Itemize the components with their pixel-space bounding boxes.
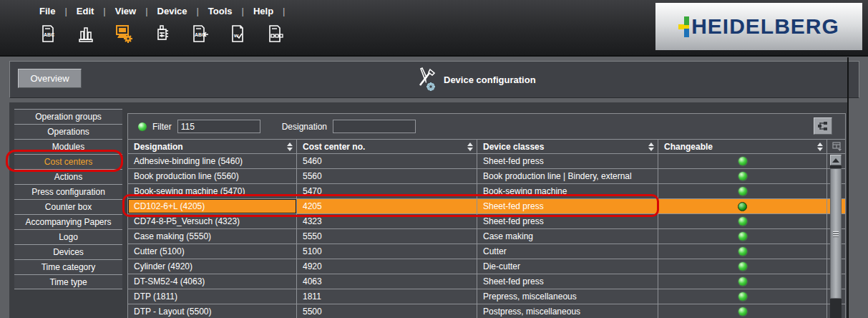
column-header-label: Device classes (483, 142, 544, 152)
menu-view[interactable]: View (106, 4, 145, 18)
cell-device-classes[interactable]: Sheet-fed press (477, 274, 658, 289)
cell-designation[interactable]: Book production line (5560) (128, 169, 297, 183)
table-row[interactable]: DTP - Layout (5500) 5500 Postpress, misc… (128, 304, 845, 318)
column-header-label: Changeable (664, 142, 713, 152)
menu-row: File | Edit | View | Device | Tools | He… (30, 4, 286, 18)
cell-device-classes[interactable]: Sheet-fed press (477, 154, 658, 168)
menu-device[interactable]: Device (148, 4, 197, 18)
sidebar-item-press-configuration[interactable]: Press configuration (14, 184, 122, 199)
table-row[interactable]: Case making (5550) 5550 Case making (128, 229, 845, 244)
table-row[interactable]: DT-SM52-4 (4063) 4063 Sheet-fed press (128, 274, 845, 289)
bar-chart-icon[interactable] (75, 23, 97, 44)
filter-input[interactable] (177, 120, 260, 133)
changeable-yes-icon (738, 277, 747, 286)
designation-input[interactable] (333, 120, 416, 133)
table-row[interactable]: Cutter (5100) 5100 Cutter (128, 244, 845, 259)
cell-designation[interactable]: Case making (5550) (128, 229, 297, 244)
cell-cost-center-no[interactable]: 4063 (297, 274, 477, 289)
filter-bar: Filter Designation (128, 114, 845, 139)
sidebar-item-modules[interactable]: Modules (14, 139, 122, 154)
cell-designation[interactable]: Book-sewing machine (5470) (128, 184, 297, 198)
menu-file[interactable]: File (30, 4, 64, 18)
sort-icon[interactable] (817, 143, 823, 151)
cell-designation[interactable]: CD102-6+L (4205) (128, 199, 297, 213)
table-row[interactable]: Cylinder (4920) 4920 Die-cutter (128, 259, 845, 274)
menu-tools[interactable]: Tools (199, 4, 242, 18)
table-row[interactable]: Adhesive-binding line (5460) 5460 Sheet-… (128, 154, 845, 169)
cell-cost-center-no[interactable]: 5470 (297, 184, 477, 198)
sidebar-item-counter-box[interactable]: Counter box (14, 199, 122, 214)
cell-changeable (658, 304, 827, 318)
cell-cost-center-no[interactable]: 4323 (297, 214, 477, 228)
cell-device-classes[interactable]: Book-sewing machine (477, 184, 658, 198)
cell-cost-center-no[interactable]: 5550 (297, 229, 477, 244)
tree-view-button[interactable] (814, 117, 832, 135)
cell-cost-center-no[interactable]: 4205 (297, 199, 477, 213)
sidebar-item-accompanying-papers[interactable]: Accompanying Papers (14, 214, 122, 229)
device-configuration-icon[interactable] (113, 23, 135, 44)
menu-help[interactable]: Help (244, 4, 283, 18)
cell-designation[interactable]: Cylinder (4920) (128, 259, 297, 274)
sidebar-item-operations[interactable]: Operations (14, 124, 122, 139)
document-structure-icon[interactable] (265, 23, 286, 44)
sidebar-item-operation-groups[interactable]: Operation groups (14, 109, 122, 124)
cell-changeable (658, 214, 827, 228)
cell-device-classes[interactable]: Sheet-fed press (477, 214, 658, 228)
cell-device-classes[interactable]: Book production line | Bindery, external (477, 169, 658, 183)
cell-changeable (658, 169, 827, 183)
sort-icon[interactable] (287, 143, 293, 151)
press-device-icon[interactable] (151, 23, 172, 44)
cell-cost-center-no[interactable]: 5460 (297, 154, 477, 168)
cell-changeable (658, 274, 827, 289)
header-bar: Overview Device configuration (9, 61, 859, 98)
cell-device-classes[interactable]: Case making (477, 229, 658, 244)
table-row[interactable]: DTP (1811) 1811 Prepress, miscellaneous (128, 289, 845, 304)
cell-cost-center-no[interactable]: 5500 (297, 304, 477, 318)
column-header-designation[interactable]: Designation (128, 140, 297, 153)
cell-designation[interactable]: Cutter (5100) (128, 244, 297, 259)
changeable-yes-icon (738, 217, 747, 226)
table-row[interactable]: Book production line (5560) 5560 Book pr… (128, 169, 845, 184)
overview-button[interactable]: Overview (18, 69, 82, 88)
vertical-scrollbar[interactable] (830, 155, 842, 318)
cell-cost-center-no[interactable]: 5560 (297, 169, 477, 183)
column-header-device-classes[interactable]: Device classes (477, 140, 658, 153)
scrollbar-thumb[interactable] (830, 168, 842, 299)
sidebar-item-time-type[interactable]: Time type (14, 274, 122, 289)
scroll-up-button[interactable] (830, 155, 842, 165)
table-row[interactable]: CD74-8-P5_Versuch (4323) 4323 Sheet-fed … (128, 214, 845, 229)
cell-cost-center-no[interactable]: 1811 (297, 289, 477, 304)
sidebar-item-time-category[interactable]: Time category (14, 259, 122, 274)
report-document-icon[interactable]: ABC (37, 23, 59, 44)
column-header-changeable[interactable]: Changeable (658, 140, 827, 153)
cell-designation[interactable]: DT-SM52-4 (4063) (128, 274, 297, 289)
sidebar-item-logo[interactable]: Logo (14, 229, 122, 244)
table-row-selected[interactable]: CD102-6+L (4205) 4205 Sheet-fed press (128, 199, 845, 214)
menu-separator: | (283, 6, 285, 16)
cell-device-classes[interactable]: Prepress, miscellaneous (477, 289, 658, 304)
sidebar-item-actions[interactable]: Actions (14, 169, 122, 184)
cell-device-classes[interactable]: Postpress, miscellaneous (477, 304, 658, 318)
menu-edit[interactable]: Edit (67, 4, 104, 18)
toolbar: ABC (37, 23, 286, 44)
column-header-cost-center-no[interactable]: Cost center no. (297, 140, 477, 153)
cell-device-classes[interactable]: Die-cutter (477, 259, 658, 274)
column-chooser-button[interactable] (827, 140, 846, 153)
scrollbar-grip-icon (833, 231, 839, 236)
cell-designation[interactable]: CD74-8-P5_Versuch (4323) (128, 214, 297, 228)
sort-icon[interactable] (467, 143, 473, 151)
table-row[interactable]: Book-sewing machine (5470) 5470 Book-sew… (128, 184, 845, 199)
cell-designation[interactable]: DTP - Layout (5500) (128, 304, 297, 318)
cell-designation[interactable]: DTP (1811) (128, 289, 297, 304)
sidebar-item-devices[interactable]: Devices (14, 244, 122, 259)
cell-designation[interactable]: Adhesive-binding line (5460) (128, 154, 297, 168)
sort-icon[interactable] (648, 143, 654, 151)
cell-device-classes[interactable]: Sheet-fed press (477, 199, 658, 213)
cell-device-classes[interactable]: Cutter (477, 244, 658, 259)
cell-cost-center-no[interactable]: 4920 (297, 259, 477, 274)
document-check-icon[interactable]: w (227, 23, 248, 44)
sidebar-item-cost-centers[interactable]: Cost centers (14, 154, 122, 169)
cell-cost-center-no[interactable]: 5100 (297, 244, 477, 259)
cell-changeable (658, 259, 827, 274)
document-import-icon[interactable]: ABC (189, 23, 210, 44)
